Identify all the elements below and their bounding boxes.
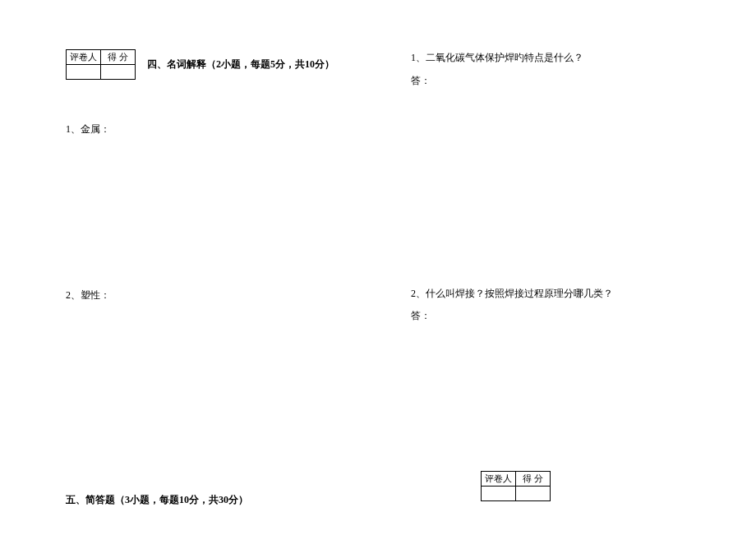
scoring-col-score: 得 分 bbox=[101, 50, 136, 65]
question-welding-types: 2、什么叫焊接？按照焊接过程原理分哪几类？ 答： bbox=[411, 285, 731, 324]
section5-title: 五、简答题（3小题，每题10分，共30分） bbox=[66, 493, 353, 507]
scoring-cell-empty bbox=[67, 65, 101, 80]
scoring-table-section4: 评卷人 得 分 bbox=[66, 49, 136, 80]
scoring-col-reviewer: 评卷人 bbox=[67, 50, 101, 65]
answer-label: 答： bbox=[411, 74, 731, 88]
scoring-cell-empty bbox=[101, 65, 136, 80]
question-metal: 1、金属： bbox=[66, 121, 353, 139]
section4-header: 评卷人 得 分 四、名词解释（2小题，每题5分，共10分） bbox=[66, 49, 353, 80]
exam-page: 评卷人 得 分 四、名词解释（2小题，每题5分，共10分） 1、金属： 2、塑性… bbox=[0, 0, 756, 535]
question-text: 1、二氧化碳气体保护焊旳特点是什么？ bbox=[411, 49, 731, 67]
scoring-cell-empty bbox=[516, 487, 551, 501]
right-column: 1、二氧化碳气体保护焊旳特点是什么？ 答： 2、什么叫焊接？按照焊接过程原理分哪… bbox=[378, 0, 756, 535]
section4-title: 四、名词解释（2小题，每题5分，共10分） bbox=[147, 58, 334, 71]
answer-label: 答： bbox=[411, 309, 731, 323]
question-text: 2、什么叫焊接？按照焊接过程原理分哪几类？ bbox=[411, 285, 731, 303]
scoring-cell-empty bbox=[482, 487, 516, 501]
section5-header: 五、简答题（3小题，每题10分，共30分） bbox=[66, 493, 353, 507]
question-co2-welding: 1、二氧化碳气体保护焊旳特点是什么？ 答： bbox=[411, 49, 731, 88]
scoring-table-next: 评卷人 得 分 bbox=[481, 471, 551, 501]
question-plasticity: 2、塑性： bbox=[66, 287, 353, 305]
left-column: 评卷人 得 分 四、名词解释（2小题，每题5分，共10分） 1、金属： 2、塑性… bbox=[0, 0, 378, 535]
scoring-col-reviewer: 评卷人 bbox=[482, 472, 516, 487]
scoring-table-wrap: 评卷人 得 分 bbox=[481, 471, 731, 501]
scoring-col-score: 得 分 bbox=[516, 472, 551, 487]
